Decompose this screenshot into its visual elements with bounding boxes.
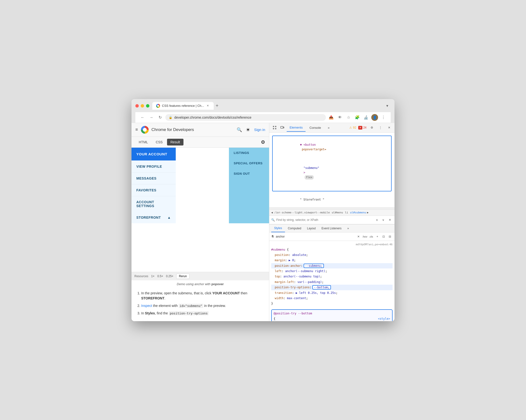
computed-tab[interactable]: Computed [285,225,304,232]
search-bar: 🔍 ∧ ∨ ✕ [269,216,394,224]
elements-html: ▼ <button popovertarget= "submenu" > fle… [269,133,394,207]
devtools-close-button[interactable]: ✕ [386,124,393,131]
instruction-3-bold: Styles [145,311,155,315]
instruction-2: Inspect the element with id="submenu" in… [141,303,264,308]
top-prop: top [271,275,280,278]
address-bar[interactable]: 🔒 developer.chrome.com/docs/devtools/css… [165,114,326,121]
flex-badge: flex [304,175,314,180]
reload-button[interactable]: ↻ [157,114,163,121]
demo-caption: Demo using anchor with popover [132,280,269,288]
tab-close-button[interactable]: ✕ [206,104,210,108]
your-account-button[interactable]: YOUR ACCOUNT [132,148,176,160]
search-up-arrow[interactable]: ∧ [374,217,380,223]
zoom-1x-button[interactable]: 1× [151,275,154,278]
zoom-05-button[interactable]: 0.5× [157,275,163,278]
horizontal-scrollbar[interactable] [269,207,394,209]
zoom-025-button[interactable]: 0.25× [166,275,173,278]
position-try-highlight: --bottom; [312,285,331,290]
labs-button[interactable]: 🔬 [363,114,369,121]
close-button[interactable] [135,104,139,108]
filter-input[interactable] [276,235,354,238]
theme-toggle[interactable]: ☀ [246,127,250,133]
storefront-label: STOREFRONT [136,216,161,220]
account-settings-item[interactable]: ACCOUNT SETTINGS [132,196,176,212]
css-tab[interactable]: CSS [152,139,166,145]
event-listeners-tab[interactable]: Event Listeners [319,225,344,232]
html-val: "submenu" [303,166,319,170]
search-close-button[interactable]: ✕ [387,217,393,223]
maximize-button[interactable] [146,104,149,108]
breadcrumb-forward[interactable]: ▶ [367,211,369,214]
sign-in-button[interactable]: Sign in [254,128,265,132]
position-try-val: --bottom; [312,285,331,290]
element-search-input[interactable] [276,218,373,222]
bookmark-button[interactable]: ☆ [345,114,352,121]
filter-actions: ✕ :hov .cls + ⊡ ⊟ [356,234,393,239]
special-offers-item[interactable]: SPECIAL OFFERS [229,158,269,169]
search-button[interactable]: 🔍 [237,127,242,132]
sign-out-item[interactable]: SIGN OUT [229,169,269,179]
dropdown-button[interactable]: ▾ [384,102,391,109]
breadcrumb-ul-menu[interactable]: ul#menu [332,211,343,214]
block2-header: @position-try --bottom [274,312,390,315]
cast-button[interactable]: 📤 [328,114,334,121]
storefront-item[interactable]: STOREFRONT ▲ [132,212,176,223]
width-prop: width [271,297,283,300]
clear-filter-button[interactable]: ✕ [356,234,361,239]
search-arrows: ∧ ∨ [374,217,386,223]
window-controls [135,104,149,108]
listings-item[interactable]: LISTINGS [229,148,269,158]
hov-button[interactable]: :hov [362,234,367,239]
cls-button[interactable]: .cls [368,234,374,239]
styles-tabs: Styles Computed Layout Event Listeners » [269,224,394,232]
filter-bar: ⚗ ✕ :hov .cls + ⊡ ⊟ [269,232,394,241]
minimize-button[interactable] [141,104,144,108]
extensions-button[interactable]: 🧩 [354,114,361,121]
active-tab[interactable]: CSS features reference | Ch... ✕ [152,102,214,110]
css-prop-top: top: anchor(--submenu top); [271,274,393,279]
devtools-more-button[interactable]: ⋮ [377,124,384,131]
inspect-link[interactable]: Inspect [141,304,152,308]
transition-val: ▶ left 0.25s, top 0.25s [296,291,336,295]
console-tab[interactable]: Console [306,124,324,131]
breadcrumb-li[interactable]: li [345,211,348,214]
css-block2-open: { <style> [274,316,390,321]
settings-icon[interactable]: ⚙ [261,139,265,145]
layout-icon-button[interactable]: ⊡ [381,234,386,239]
svg-rect-8 [281,126,283,128]
view-profile-item[interactable]: VIEW PROFILE [132,160,176,172]
lens-button[interactable]: 👁 [336,114,343,121]
forward-button[interactable]: → [148,114,155,121]
css-prop-position-try: position-try-options: --bottom; [271,285,393,290]
html-tab[interactable]: HTML [135,139,151,145]
favorites-item[interactable]: FAVORITES [132,184,176,196]
margin-left-val: var(--padding) [297,280,322,284]
css-open-brace: { [287,248,289,251]
styles-tab[interactable]: Styles [271,224,285,232]
breadcrumb-back[interactable]: ◀ [271,211,273,214]
layout-tab[interactable]: Layout [304,225,319,232]
breadcrumb-ul-submenu[interactable]: ul#submenu [350,211,366,214]
css-selector-line: #submenu { [271,247,393,252]
device-icon [280,126,284,130]
more-tabs-button[interactable]: » [325,124,332,131]
back-button[interactable]: ← [139,114,146,121]
toggle-icon-button[interactable]: ⊟ [387,234,393,239]
add-style-button[interactable]: + [375,234,380,239]
devtools-settings-button[interactable]: ⚙ [368,124,375,131]
element-picker-button[interactable] [271,124,278,131]
search-down-arrow[interactable]: ∨ [381,217,386,223]
rerun-button[interactable]: Rerun [176,274,190,279]
result-tab[interactable]: Result [167,139,183,145]
hamburger-icon[interactable]: ≡ [135,127,138,132]
profile-avatar[interactable]: 👤 [371,114,378,121]
elements-tab[interactable]: Elements [287,124,305,132]
new-tab-button[interactable]: + [214,102,221,109]
menu-button[interactable]: ⋮ [380,114,387,121]
device-emulation-button[interactable] [279,124,286,131]
more-styles-tabs[interactable]: » [344,225,352,232]
breadcrumb-color-scheme[interactable]: :lor-scheme--light.viewport--mobile [274,211,330,214]
css-prop-position: position: absolute; [271,252,393,258]
messages-item[interactable]: MESSAGES [132,172,176,184]
styles-panel: Styles Computed Layout Event Listeners »… [269,224,394,321]
